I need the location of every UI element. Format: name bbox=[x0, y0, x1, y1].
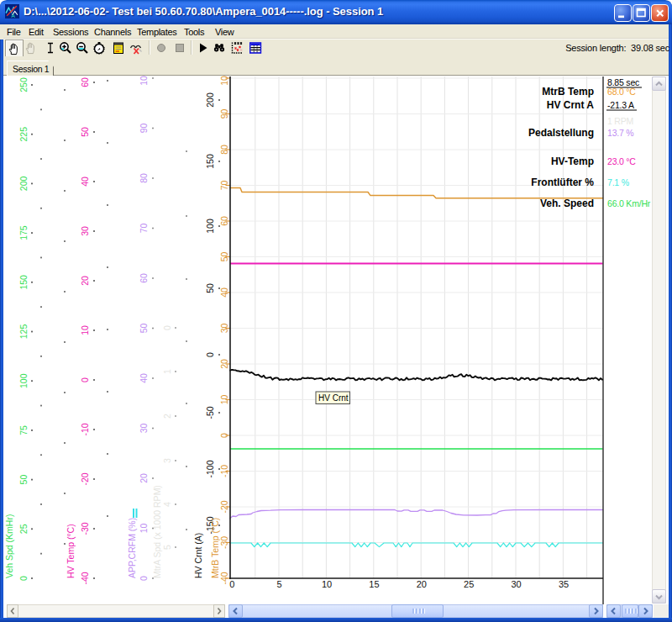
svg-text:100: 100 bbox=[205, 219, 215, 234]
svg-text:HV Temp (°C): HV Temp (°C) bbox=[66, 524, 76, 578]
svg-text:-30: -30 bbox=[219, 536, 229, 549]
svg-text:30: 30 bbox=[511, 579, 521, 589]
svg-text:70: 70 bbox=[139, 224, 149, 234]
svg-text:7.1 %: 7.1 % bbox=[607, 177, 629, 187]
svg-text:MtrB Temp: MtrB Temp bbox=[542, 86, 594, 98]
svg-text:3: 3 bbox=[162, 458, 172, 463]
svg-text:10: 10 bbox=[322, 579, 332, 589]
svg-text:0: 0 bbox=[205, 352, 215, 357]
svg-text:80: 80 bbox=[219, 145, 229, 155]
svg-text:40: 40 bbox=[80, 177, 90, 187]
svg-text:50: 50 bbox=[219, 252, 229, 262]
svg-text:60: 60 bbox=[219, 216, 229, 226]
svg-text:4: 4 bbox=[162, 502, 172, 507]
svg-text:200: 200 bbox=[18, 176, 29, 191]
svg-text:0: 0 bbox=[219, 433, 229, 438]
svg-text:1 RPM: 1 RPM bbox=[607, 116, 633, 126]
svg-text:175: 175 bbox=[18, 225, 29, 240]
svg-text:90: 90 bbox=[139, 124, 149, 134]
svg-text:HV Crnt: HV Crnt bbox=[318, 393, 349, 403]
svg-text:150: 150 bbox=[18, 275, 29, 290]
svg-text:250: 250 bbox=[18, 77, 29, 92]
svg-text:15: 15 bbox=[369, 579, 379, 589]
svg-text:0: 0 bbox=[229, 579, 234, 589]
svg-text:5: 5 bbox=[277, 579, 282, 589]
svg-text:-10: -10 bbox=[219, 465, 229, 477]
svg-text:APP,CRFM (%): APP,CRFM (%) bbox=[127, 518, 137, 578]
svg-text:MtrA Spd (x 1000 RPM): MtrA Spd (x 1000 RPM) bbox=[152, 485, 162, 578]
svg-text:-30: -30 bbox=[80, 522, 90, 535]
svg-text:30: 30 bbox=[219, 324, 229, 334]
svg-text:-21.3 A: -21.3 A bbox=[607, 100, 634, 110]
svg-text:HV Crnt A: HV Crnt A bbox=[547, 99, 595, 111]
svg-text:25: 25 bbox=[464, 579, 474, 589]
svg-text:HV Crnt (A): HV Crnt (A) bbox=[193, 533, 203, 578]
svg-text:-10: -10 bbox=[80, 423, 90, 435]
svg-text:HV-Temp: HV-Temp bbox=[551, 156, 594, 167]
svg-text:50: 50 bbox=[139, 324, 149, 334]
svg-text:50: 50 bbox=[80, 127, 90, 137]
svg-text:-100: -100 bbox=[205, 460, 215, 477]
svg-text:10: 10 bbox=[80, 325, 90, 335]
svg-text:70: 70 bbox=[219, 181, 229, 191]
svg-text:10: 10 bbox=[219, 395, 229, 405]
svg-text:80: 80 bbox=[139, 173, 149, 183]
svg-text:20: 20 bbox=[417, 579, 427, 589]
svg-text:-40: -40 bbox=[219, 572, 229, 584]
svg-text:225: 225 bbox=[18, 127, 29, 142]
svg-text:60: 60 bbox=[80, 77, 90, 87]
svg-text:Veh Spd (KmHr): Veh Spd (KmHr) bbox=[4, 514, 14, 578]
svg-text:50: 50 bbox=[205, 283, 215, 293]
svg-text:75: 75 bbox=[18, 425, 29, 435]
svg-text:2: 2 bbox=[162, 414, 172, 419]
svg-text:10: 10 bbox=[139, 524, 149, 534]
svg-text:0: 0 bbox=[162, 325, 172, 330]
svg-text:150: 150 bbox=[205, 154, 215, 169]
svg-text:-20: -20 bbox=[219, 500, 229, 513]
svg-text:66.0 Km/Hr: 66.0 Km/Hr bbox=[607, 198, 651, 208]
svg-text:5: 5 bbox=[162, 545, 172, 550]
svg-text:40: 40 bbox=[219, 287, 229, 298]
svg-text:-20: -20 bbox=[80, 472, 90, 485]
svg-text:1: 1 bbox=[162, 369, 172, 374]
svg-text:68.0 °C: 68.0 °C bbox=[607, 87, 636, 97]
svg-text:30: 30 bbox=[139, 424, 149, 434]
svg-text:35: 35 bbox=[559, 579, 569, 589]
svg-text:-40: -40 bbox=[80, 572, 90, 584]
svg-text:20: 20 bbox=[139, 473, 149, 483]
svg-text:20: 20 bbox=[219, 359, 229, 369]
svg-text:20: 20 bbox=[80, 276, 90, 286]
svg-text:Pedalstellung: Pedalstellung bbox=[528, 127, 594, 139]
svg-text:125: 125 bbox=[18, 324, 29, 340]
svg-text:100: 100 bbox=[139, 76, 149, 86]
svg-text:0: 0 bbox=[18, 576, 29, 581]
svg-text:-50: -50 bbox=[205, 406, 215, 419]
svg-text:0: 0 bbox=[139, 576, 149, 581]
svg-text:23.0 °C: 23.0 °C bbox=[607, 156, 636, 166]
svg-text:13.7 %: 13.7 % bbox=[607, 128, 634, 138]
svg-text:100: 100 bbox=[18, 373, 29, 388]
svg-text:50: 50 bbox=[18, 475, 29, 485]
svg-text:Veh. Speed: Veh. Speed bbox=[540, 198, 594, 209]
svg-text:8.85 sec: 8.85 sec bbox=[607, 77, 639, 87]
svg-text:Frontlüfter %: Frontlüfter % bbox=[531, 177, 594, 188]
svg-text:25: 25 bbox=[18, 524, 29, 534]
svg-text:30: 30 bbox=[80, 226, 90, 236]
svg-text:90: 90 bbox=[219, 109, 229, 119]
svg-text:100: 100 bbox=[219, 76, 229, 86]
svg-text:0: 0 bbox=[80, 377, 90, 382]
svg-text:40: 40 bbox=[139, 373, 149, 383]
svg-text:60: 60 bbox=[139, 273, 149, 283]
svg-text:200: 200 bbox=[205, 92, 215, 108]
